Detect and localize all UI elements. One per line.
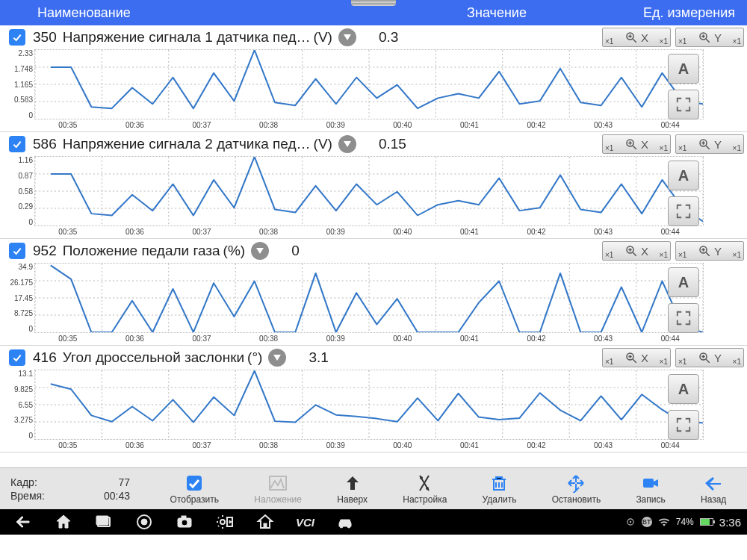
footer-btn-label: Удалить <box>483 494 517 505</box>
param-unit: (V) <box>314 29 332 46</box>
param-name: Напряжение сигнала 2 датчика пед… <box>63 136 311 152</box>
zoom-y-button[interactable]: ×1Y×1 <box>675 348 744 367</box>
zoom-x-button[interactable]: ×1X×1 <box>602 241 671 261</box>
gps-icon <box>625 517 636 527</box>
plot-area[interactable] <box>34 370 704 440</box>
col-name: Наименование <box>7 5 411 21</box>
svg-line-5 <box>706 39 710 43</box>
magnifier-icon <box>624 351 638 364</box>
nav-camera-icon[interactable] <box>175 512 194 532</box>
zoom-x-button[interactable]: ×1X×1 <box>602 348 671 367</box>
param-value: 3.1 <box>309 349 398 366</box>
plot-area[interactable] <box>34 263 704 333</box>
status-tray: BT 74% 3:36 <box>625 516 747 529</box>
y-axis-labels: 13.19.8256.553.2750 <box>1 370 33 440</box>
magnifier-icon <box>624 137 638 151</box>
param-name: Угол дроссельной заслонки <box>63 349 244 366</box>
nav-chrome-icon[interactable] <box>134 512 154 532</box>
window-grabber[interactable] <box>0 0 747 6</box>
checkbox[interactable] <box>9 29 25 46</box>
footer-delete-button[interactable]: Удалить <box>483 473 517 505</box>
footer-overlay-button[interactable]: Наложение <box>254 473 302 505</box>
svg-point-99 <box>182 520 187 526</box>
fullscreen-button[interactable] <box>668 196 699 226</box>
checkbox[interactable] <box>9 243 25 259</box>
col-value: Значение <box>411 5 583 21</box>
fullscreen-button[interactable] <box>668 90 699 119</box>
autoscale-button[interactable]: A <box>668 54 699 84</box>
svg-point-103 <box>340 525 343 528</box>
zoom-x-button[interactable]: ×1X×1 <box>602 28 671 47</box>
magnifier-icon <box>698 244 711 258</box>
nav-home-icon[interactable] <box>54 512 73 532</box>
pid-code: 416 <box>33 349 57 366</box>
pid-code: 350 <box>33 29 57 46</box>
svg-line-23 <box>633 146 636 149</box>
time-label: Время: <box>10 489 93 503</box>
x-axis-labels: 00:3500:3600:3700:3800:3900:4000:4100:42… <box>34 121 704 130</box>
plot-area[interactable] <box>34 156 704 226</box>
footer-btn-label: Наложение <box>254 494 302 505</box>
svg-point-90 <box>420 476 423 479</box>
svg-point-91 <box>426 487 429 490</box>
zoom-x-button[interactable]: ×1X×1 <box>602 134 671 154</box>
footer-top-button[interactable]: Наверх <box>337 473 368 505</box>
battery-icon <box>700 518 713 526</box>
dropdown-icon[interactable] <box>251 242 269 260</box>
frame-value: 77 <box>93 476 130 489</box>
wifi-icon <box>658 517 670 526</box>
dropdown-icon[interactable] <box>338 135 356 153</box>
param-unit: (°) <box>247 349 262 366</box>
chart-panels: 350Напряжение сигнала 1 датчика пед…(V)0… <box>0 25 747 467</box>
checkbox[interactable] <box>9 349 25 366</box>
pid-code: 586 <box>33 136 57 152</box>
footer-stop-button[interactable]: Остановить <box>552 473 601 505</box>
y-axis-labels: 34.926.17517.458.7250 <box>1 263 33 333</box>
footer-show-button[interactable]: Отобразить <box>170 473 219 505</box>
stop-icon <box>565 473 586 494</box>
svg-line-45 <box>633 252 636 256</box>
footer-record-button[interactable]: Запись <box>636 473 665 505</box>
svg-rect-102 <box>264 523 267 528</box>
footer-btn-label: Настройка <box>403 494 447 505</box>
svg-line-49 <box>706 252 710 256</box>
zoom-y-button[interactable]: ×1Y×1 <box>675 28 744 47</box>
footer-info: Кадр:77 Время:00:43 <box>3 476 152 503</box>
svg-point-106 <box>630 521 631 523</box>
magnifier-icon <box>698 351 711 364</box>
back-icon <box>703 473 724 494</box>
footer-settings-button[interactable]: Настройка <box>403 473 447 505</box>
dropdown-icon[interactable] <box>338 28 356 46</box>
dropdown-icon[interactable] <box>268 349 286 367</box>
svg-rect-95 <box>96 516 108 525</box>
svg-line-1 <box>633 39 636 43</box>
nav-back-icon[interactable] <box>13 512 33 532</box>
autoscale-button[interactable]: A <box>668 267 699 297</box>
x-axis-labels: 00:3500:3600:3700:3800:3900:4000:4100:42… <box>34 228 704 237</box>
nav-car-icon[interactable] <box>335 512 355 532</box>
footer-btn-label: Отобразить <box>170 494 219 505</box>
autoscale-button[interactable]: A <box>668 374 699 404</box>
fullscreen-button[interactable] <box>668 410 699 440</box>
autoscale-button[interactable]: A <box>668 161 699 190</box>
zoom-y-button[interactable]: ×1Y×1 <box>675 134 744 154</box>
x-axis-labels: 00:3500:3600:3700:3800:3900:4000:4100:42… <box>34 335 704 343</box>
chart-panel: 350Напряжение сигнала 1 датчика пед…(V)0… <box>0 25 747 132</box>
delete-icon <box>489 473 509 494</box>
nav-vci-icon[interactable]: VCI <box>296 512 314 532</box>
svg-line-67 <box>633 359 636 363</box>
param-name: Напряжение сигнала 1 датчика пед… <box>63 29 311 46</box>
nav-recent-icon[interactable] <box>94 512 114 532</box>
nav-brightness-icon[interactable] <box>215 512 235 532</box>
clock: 3:36 <box>719 516 741 529</box>
x-axis-labels: 00:3500:3600:3700:3800:3900:4000:4100:42… <box>34 441 704 450</box>
checkbox[interactable] <box>9 136 25 152</box>
android-navbar: VCI BT 74% 3:36 <box>0 509 747 535</box>
zoom-y-button[interactable]: ×1Y×1 <box>675 241 744 261</box>
footer-back-button[interactable]: Назад <box>701 473 726 505</box>
param-value: 0.15 <box>379 136 468 152</box>
fullscreen-button[interactable] <box>668 303 699 333</box>
nav-app-icon[interactable] <box>255 512 275 532</box>
frame-label: Кадр: <box>10 476 93 489</box>
plot-area[interactable] <box>34 49 704 119</box>
